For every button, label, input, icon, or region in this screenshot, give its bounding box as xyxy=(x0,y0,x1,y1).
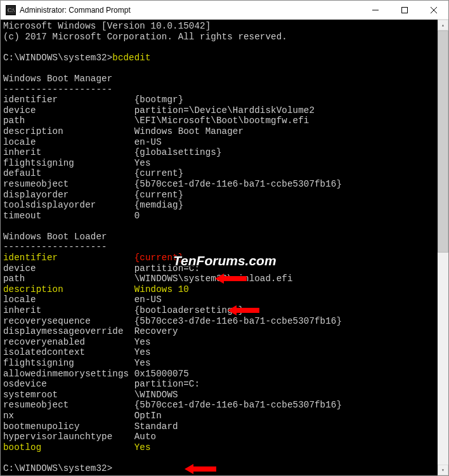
window-title: Administrator: Command Prompt xyxy=(20,6,361,15)
scroll-track[interactable] xyxy=(438,30,448,465)
close-button[interactable] xyxy=(419,1,448,19)
kv-value: {bootmgr} xyxy=(134,95,184,105)
prompt-path: C:\WINDOWS\system32> xyxy=(3,53,112,63)
kv-key: hypervisorlaunchtype xyxy=(3,432,134,442)
kv-key: timeout xyxy=(3,211,134,221)
svg-text:C:\: C:\ xyxy=(8,7,15,13)
typed-command: bcdedit xyxy=(112,53,150,63)
kv-value: Yes xyxy=(134,358,151,368)
kv-key: device xyxy=(3,105,134,116)
kv-value: Yes xyxy=(134,347,151,357)
kv-value: \EFI\Microsoft\Boot\bootmgfw.efi xyxy=(134,116,309,126)
console-line: (c) 2017 Microsoft Corporation. All righ… xyxy=(3,32,287,42)
console-line: Microsoft Windows [Version 10.0.15042] xyxy=(3,21,211,31)
kv-value: 0 xyxy=(134,211,140,221)
kv-key: description xyxy=(3,126,134,136)
kv-value: Windows Boot Manager xyxy=(134,126,244,136)
kv-value: partition=C: xyxy=(134,379,200,389)
kv-key: osdevice xyxy=(3,379,134,389)
kv-value: partition=C: xyxy=(134,263,200,274)
kv-key: device xyxy=(3,263,134,274)
kv-key: recoverysequence xyxy=(3,316,134,326)
kv-value: Windows 10 xyxy=(134,284,189,294)
window-controls xyxy=(361,1,448,19)
kv-key: displaymessageoverride xyxy=(3,326,134,336)
kv-value: Yes xyxy=(134,442,151,453)
kv-value: {current} xyxy=(134,168,184,178)
kv-key: allowedinmemorysettings xyxy=(3,369,134,379)
kv-value: {5b70cce1-d7de-11e6-ba71-ccbe5307fb16} xyxy=(134,400,342,410)
section-heading: Windows Boot Manager xyxy=(3,74,112,84)
kv-value: en-US xyxy=(134,137,162,147)
kv-value: Recovery xyxy=(134,326,178,336)
scroll-down-arrow-icon[interactable]: ▾ xyxy=(438,465,448,475)
kv-key: path xyxy=(3,116,134,126)
titlebar[interactable]: C:\ Administrator: Command Prompt xyxy=(1,1,448,20)
kv-value: \WINDOWS xyxy=(134,390,178,400)
console-output[interactable]: Microsoft Windows [Version 10.0.15042] (… xyxy=(1,20,438,475)
kv-key: locale xyxy=(3,137,134,147)
kv-key: flightsigning xyxy=(3,158,134,168)
kv-key: default xyxy=(3,168,134,178)
minimize-button[interactable] xyxy=(361,1,390,19)
kv-value: 0x15000075 xyxy=(134,369,189,379)
kv-key: inherit xyxy=(3,147,134,157)
kv-key: path xyxy=(3,274,134,284)
kv-key: nx xyxy=(3,411,134,421)
kv-value: partition=\Device\HarddiskVolume2 xyxy=(134,105,315,116)
kv-value: {current} xyxy=(134,190,184,200)
scroll-up-arrow-icon[interactable]: ▴ xyxy=(438,20,448,30)
kv-key: identifier xyxy=(3,253,134,263)
kv-key: locale xyxy=(3,294,134,305)
kv-value: {bootloadersettings} xyxy=(134,305,244,315)
kv-key: recoveryenabled xyxy=(3,337,134,347)
kv-key: bootmenupolicy xyxy=(3,421,134,432)
kv-key: isolatedcontext xyxy=(3,347,134,357)
divider: ------------------- xyxy=(3,242,107,252)
kv-value: {5b70cce1-d7de-11e6-ba71-ccbe5307fb16} xyxy=(134,179,342,189)
cmd-icon: C:\ xyxy=(6,5,16,15)
kv-value: {memdiag} xyxy=(134,200,184,210)
kv-key: inherit xyxy=(3,305,134,315)
kv-key: systemroot xyxy=(3,390,134,400)
prompt-path: C:\WINDOWS\system32> xyxy=(3,463,112,473)
kv-value: Yes xyxy=(134,158,151,168)
maximize-button[interactable] xyxy=(390,1,419,19)
kv-key: toolsdisplayorder xyxy=(3,200,134,210)
kv-value: Auto xyxy=(134,432,156,442)
kv-value: Yes xyxy=(134,337,151,347)
vertical-scrollbar[interactable]: ▴ ▾ xyxy=(438,20,448,475)
kv-value: Standard xyxy=(134,421,178,432)
kv-key: flightsigning xyxy=(3,358,134,368)
divider: -------------------- xyxy=(3,84,112,95)
kv-value: en-US xyxy=(134,294,162,305)
kv-value: {globalsettings} xyxy=(134,147,222,157)
kv-key: identifier xyxy=(3,95,134,105)
scroll-thumb[interactable] xyxy=(438,30,448,253)
svg-rect-4 xyxy=(402,7,408,13)
kv-key: resumeobject xyxy=(3,179,134,189)
kv-key: description xyxy=(3,284,134,294)
kv-key: resumeobject xyxy=(3,400,134,410)
kv-value: {current} xyxy=(134,253,184,263)
cursor-icon xyxy=(112,464,117,473)
kv-value: OptIn xyxy=(134,411,162,421)
kv-key: bootlog xyxy=(3,442,134,453)
kv-value: {5b70cce3-d7de-11e6-ba71-ccbe5307fb16} xyxy=(134,316,342,326)
kv-key: displayorder xyxy=(3,190,134,200)
section-heading: Windows Boot Loader xyxy=(3,232,107,242)
kv-value: \WINDOWS\system32\winload.efi xyxy=(134,274,293,284)
